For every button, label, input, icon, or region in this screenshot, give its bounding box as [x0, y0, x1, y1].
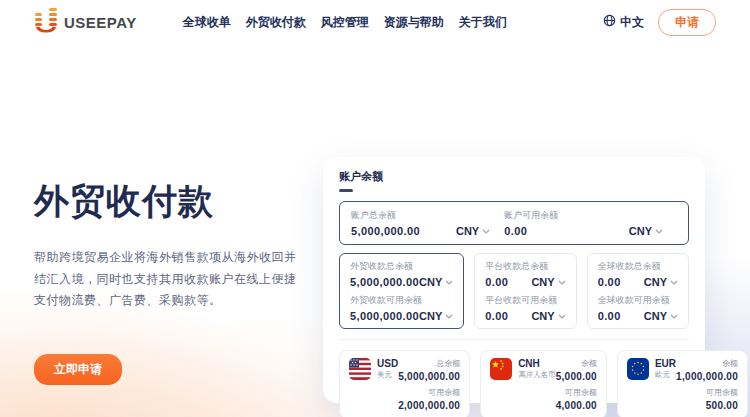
main-nav: 全球收单 外贸收付款 风控管理 资源与帮助 关于我们: [183, 14, 507, 31]
chevron-down-icon: [670, 280, 678, 285]
account-balance-card: 账户余额 账户总余额 5,000,000.00 CNY 账户可用余额 0.00 …: [323, 157, 705, 403]
nav-item-trade-payments[interactable]: 外贸收付款: [246, 14, 306, 31]
section-divider: [339, 339, 689, 340]
group-field: 全球收款总余额 0.00 CNY: [598, 260, 678, 288]
brand-wordmark: USEEPAY: [64, 14, 137, 31]
hero-section: 外贸收付款 帮助跨境贸易企业将海外销售款项从海外收回并结汇入境，同时也支持其用收…: [34, 178, 306, 385]
apply-now-button[interactable]: 立即申请: [34, 354, 122, 385]
group-field: 全球收款可用余额 0.00 CNY: [598, 294, 678, 322]
group-box-trade-collection[interactable]: 外贸收款总余额 5,000,000.00 CNY 外贸收款可用余额 5,000,…: [339, 253, 464, 329]
field-label: 全球收款总余额: [598, 260, 678, 273]
currency-card-cnh: CNH 离岸人名币 余额 5,000.00 可用余额 4,000.00: [480, 350, 607, 417]
field-label: 外贸收款总余额: [350, 260, 453, 273]
chevron-down-icon: [445, 280, 453, 285]
field-value: 0.00: [485, 276, 508, 288]
currency-code: USD: [377, 358, 398, 369]
currency-name: 欧元: [655, 370, 676, 380]
currency-select[interactable]: CNY: [629, 225, 663, 237]
currency-code: CNH: [518, 358, 556, 369]
currency-code: CNY: [531, 310, 554, 322]
currency-select[interactable]: CNY: [644, 310, 678, 322]
currency-code: CNY: [629, 225, 652, 237]
currency-name: 美元: [377, 370, 398, 380]
group-field: 平台收款可用余额 0.00 CNY: [485, 294, 565, 322]
chevron-down-icon: [558, 280, 566, 285]
cn-flag-icon: [490, 358, 512, 380]
nav-item-risk-management[interactable]: 风控管理: [321, 14, 369, 31]
tab-indicator: [339, 189, 353, 192]
field-label: 外贸收款可用余额: [350, 294, 453, 307]
chevron-down-icon: [445, 314, 453, 319]
group-box-global-collection[interactable]: 全球收款总余额 0.00 CNY 全球收款可用余额 0.00 CNY: [587, 253, 689, 329]
currency-select[interactable]: CNY: [419, 276, 453, 288]
available-label: 可用余额: [627, 387, 738, 398]
currency-code: CNY: [456, 225, 479, 237]
currency-code: CNY: [419, 276, 442, 288]
header-right-cluster: 中文 申请: [603, 9, 716, 36]
us-flag-icon: [349, 358, 371, 380]
currency-select[interactable]: CNY: [419, 310, 453, 322]
balance-value: 5,000,000.00: [398, 371, 460, 382]
hero-description: 帮助跨境贸易企业将海外销售款项从海外收回并结汇入境，同时也支持其用收款账户在线上…: [34, 247, 306, 312]
currency-code: CNY: [644, 310, 667, 322]
available-value: 4,000.00: [490, 400, 597, 411]
currency-select[interactable]: CNY: [531, 310, 565, 322]
nav-item-resources-help[interactable]: 资源与帮助: [384, 14, 444, 31]
available-label: 可用余额: [490, 387, 597, 398]
field-label: 账户可用余额: [504, 209, 677, 222]
currency-card-eur: EUR 欧元 余额 1,000,000.00 可用余额 500.00: [617, 350, 748, 417]
balance-label: 余额: [556, 358, 597, 369]
currency-code: EUR: [655, 358, 676, 369]
group-field: 外贸收款总余额 5,000,000.00 CNY: [350, 260, 453, 288]
field-value: 0.00: [598, 276, 621, 288]
field-value: 0.00: [598, 310, 621, 322]
group-field: 平台收款总余额 0.00 CNY: [485, 260, 565, 288]
group-field: 外贸收款可用余额 5,000,000.00 CNY: [350, 294, 453, 322]
currency-code: CNY: [419, 310, 442, 322]
available-label: 可用余额: [349, 387, 460, 398]
nav-item-about-us[interactable]: 关于我们: [459, 14, 507, 31]
available-value: 2,000,000.00: [349, 400, 460, 411]
chevron-down-icon: [655, 229, 663, 234]
account-total-field: 账户总余额 5,000,000.00 CNY: [351, 209, 504, 237]
field-label: 平台收款可用余额: [485, 294, 565, 307]
page-title: 外贸收付款: [34, 178, 306, 225]
currency-code: CNY: [644, 276, 667, 288]
eu-flag-icon: [627, 358, 649, 380]
currency-select[interactable]: CNY: [531, 276, 565, 288]
group-box-platform-collection[interactable]: 平台收款总余额 0.00 CNY 平台收款可用余额 0.00 CNY: [474, 253, 576, 329]
currency-card-usd: USD 美元 总余额 5,000,000.00 可用余额 2,000,000.0…: [339, 350, 470, 417]
available-value: 500.00: [627, 400, 738, 411]
field-label: 账户总余额: [351, 209, 504, 222]
chevron-down-icon: [670, 314, 678, 319]
field-value: 5,000,000.00: [351, 225, 420, 237]
nav-item-global-acquiring[interactable]: 全球收单: [183, 14, 231, 31]
field-value: 0.00: [504, 225, 527, 237]
currency-code: CNY: [531, 276, 554, 288]
chevron-down-icon: [482, 229, 490, 234]
globe-icon: [603, 14, 616, 30]
currency-name: 离岸人名币: [518, 370, 556, 380]
apply-button[interactable]: 申请: [658, 9, 716, 36]
field-label: 平台收款总余额: [485, 260, 565, 273]
balance-card-title: 账户余额: [339, 169, 689, 184]
brand-logo[interactable]: USEEPAY: [34, 7, 137, 37]
balance-groups-row: 外贸收款总余额 5,000,000.00 CNY 外贸收款可用余额 5,000,…: [339, 253, 689, 329]
balance-label: 余额: [676, 358, 738, 369]
currency-cards-row: USD 美元 总余额 5,000,000.00 可用余额 2,000,000.0…: [339, 350, 689, 417]
account-available-field: 账户可用余额 0.00 CNY: [504, 209, 677, 237]
language-switcher[interactable]: 中文: [603, 14, 644, 31]
currency-select[interactable]: CNY: [644, 276, 678, 288]
balance-value: 5,000.00: [556, 371, 597, 382]
field-value: 0.00: [485, 310, 508, 322]
balance-value: 1,000,000.00: [676, 371, 738, 382]
chevron-down-icon: [558, 314, 566, 319]
language-label: 中文: [620, 14, 644, 31]
field-label: 全球收款可用余额: [598, 294, 678, 307]
top-navbar: USEEPAY 全球收单 外贸收付款 风控管理 资源与帮助 关于我们 中文 申请: [0, 0, 750, 44]
field-value: 5,000,000.00: [350, 310, 419, 322]
field-value: 5,000,000.00: [350, 276, 419, 288]
useepay-u-icon: [34, 7, 58, 37]
currency-select[interactable]: CNY: [456, 225, 490, 237]
account-summary-box[interactable]: 账户总余额 5,000,000.00 CNY 账户可用余额 0.00 CNY: [339, 201, 689, 245]
